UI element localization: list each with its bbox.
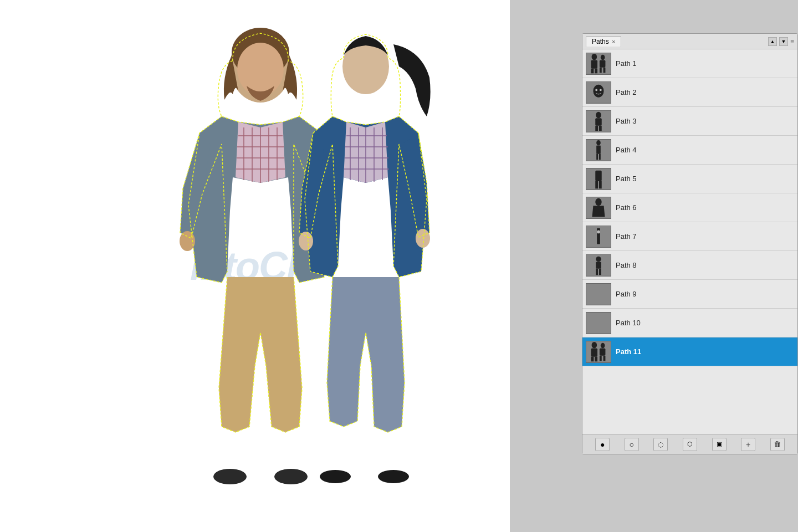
panel-menu-button[interactable]: ≡ [790,38,794,45]
path-item-4[interactable]: Path 4 [582,136,797,165]
delete-path-button[interactable]: 🗑 [770,438,785,451]
path-as-selection-button[interactable]: ◌ [653,438,668,451]
svg-point-61 [597,231,600,234]
svg-rect-76 [600,356,602,361]
paths-list: Path 1 Path 2 Path 3 Path 4 Path 5 [582,49,797,434]
path-label-7: Path 7 [616,232,794,241]
path-label-4: Path 4 [616,146,794,154]
canvas-area: intoClo [0,0,510,532]
svg-rect-46 [595,126,598,131]
panel-scroll-down-button[interactable]: ▼ [779,37,788,46]
panel-titlebar-left: Paths × [586,36,621,47]
svg-rect-38 [603,68,606,73]
svg-rect-47 [599,126,602,131]
svg-rect-73 [595,357,597,362]
panel-tab[interactable]: Paths × [586,36,621,47]
panel-titlebar: Paths × ▲ ▼ ≡ [582,34,797,49]
svg-point-44 [596,112,601,118]
svg-rect-67 [586,283,611,304]
path-thumbnail-6 [586,197,611,219]
svg-rect-52 [599,154,601,160]
svg-rect-68 [586,312,611,333]
path-thumbnail-3 [586,110,611,132]
path-thumbnail-8 [586,254,611,277]
svg-rect-75 [600,349,606,356]
svg-point-13 [274,469,308,484]
path-thumbnail-2 [586,81,611,104]
add-mask-button[interactable]: ▣ [712,438,727,451]
path-label-10: Path 10 [616,319,794,327]
selection-to-path-button[interactable]: ⬡ [683,438,697,451]
path-item-10[interactable]: Path 10 [582,309,797,337]
svg-rect-30 [586,53,611,74]
panel-footer: ● ○ ◌ ⬡ ▣ + 🗑 [582,434,797,454]
svg-point-2 [237,43,284,96]
svg-point-42 [600,89,602,91]
path-thumbnail-1 [586,53,611,75]
path-item-5[interactable]: Path 5 [582,165,797,193]
svg-rect-50 [596,146,601,154]
path-item-9[interactable]: Path 9 [582,280,797,309]
svg-rect-33 [591,69,594,74]
svg-rect-65 [596,269,598,275]
svg-rect-37 [600,68,602,73]
people-figure [111,11,488,521]
svg-point-12 [213,469,247,484]
path-item-2[interactable]: Path 2 [582,78,797,107]
svg-point-49 [596,140,601,146]
panel-close-button[interactable]: × [612,38,615,45]
path-thumbnail-5 [586,168,611,190]
panel-title: Paths [592,38,609,45]
svg-point-35 [601,55,605,60]
path-item-8[interactable]: Path 8 [582,251,797,280]
panel-scroll-up-button[interactable]: ▲ [768,37,777,46]
svg-rect-45 [595,119,601,126]
svg-point-74 [601,343,605,349]
svg-point-31 [592,54,597,60]
svg-rect-71 [591,349,597,357]
svg-rect-56 [599,181,602,188]
svg-point-28 [299,232,313,250]
svg-point-70 [592,342,597,348]
svg-point-27 [378,470,409,483]
svg-rect-64 [596,262,601,269]
svg-rect-36 [600,60,606,68]
svg-rect-51 [596,154,598,160]
path-label-3: Path 3 [616,117,794,125]
svg-rect-34 [595,69,597,74]
svg-rect-77 [603,356,606,361]
fill-path-button[interactable]: ● [595,438,610,451]
svg-rect-32 [591,60,597,69]
path-thumbnail-7 [586,226,611,248]
path-label-6: Path 6 [616,203,794,212]
svg-rect-69 [586,341,611,362]
svg-point-58 [595,198,601,206]
panel-titlebar-right: ▲ ▼ ≡ [768,37,794,46]
path-item-3[interactable]: Path 3 [582,107,797,136]
path-thumbnail-4 [586,139,611,161]
path-item-7[interactable]: Path 7 [582,222,797,251]
svg-rect-72 [591,357,594,362]
paths-panel: Paths × ▲ ▼ ≡ Path 1 Path 2 [582,33,798,454]
svg-rect-55 [595,181,598,188]
path-thumbnail-11 [586,341,611,363]
svg-rect-54 [595,171,601,181]
path-label-5: Path 5 [616,175,794,183]
path-item-11[interactable]: Path 11 [582,337,797,366]
svg-point-26 [320,470,351,483]
path-thumbnail-9 [586,283,611,305]
svg-point-63 [596,257,601,262]
stroke-path-button[interactable]: ○ [625,438,639,451]
path-item-6[interactable]: Path 6 [582,193,797,222]
path-thumbnail-10 [586,312,611,334]
path-label-9: Path 9 [616,290,794,298]
svg-rect-66 [599,269,601,275]
svg-point-41 [595,89,597,91]
create-path-button[interactable]: + [741,438,755,451]
path-label-2: Path 2 [616,88,794,96]
svg-point-40 [593,85,603,98]
path-label-1: Path 1 [616,59,794,68]
woman-figure [299,34,431,483]
path-item-1[interactable]: Path 1 [582,49,797,78]
path-label-11: Path 11 [616,347,794,356]
